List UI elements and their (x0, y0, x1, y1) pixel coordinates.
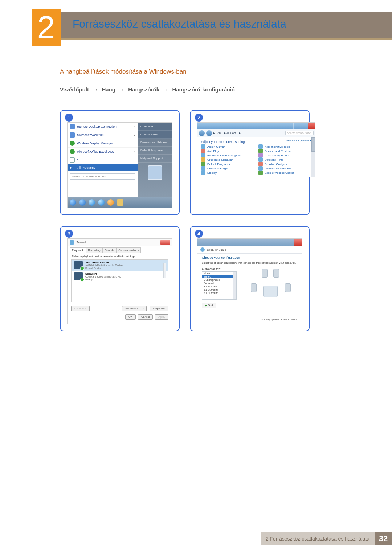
tab-communications[interactable]: Communications (116, 247, 141, 253)
start-menu-right: Computer Control Panel Devices and Print… (138, 123, 172, 208)
cp-item[interactable]: Device Manager (201, 166, 254, 171)
maximize-button[interactable] (301, 123, 308, 129)
taskbar-icon[interactable] (98, 199, 105, 206)
wizard-header: Speaker Setup (197, 246, 302, 254)
arrow-icon: → (119, 86, 124, 93)
window-titlebar (197, 123, 315, 129)
start-menu-left: Remote Desktop Connection▸ Microsoft Wor… (68, 123, 138, 208)
close-button[interactable] (160, 240, 170, 245)
sound-icon (70, 240, 74, 245)
cp-item[interactable]: Devices and Printers (258, 166, 311, 171)
list-item[interactable]: 3.1 Surround (202, 285, 236, 288)
menu-item[interactable]: Help and Support (138, 155, 172, 163)
back-icon[interactable] (199, 130, 205, 136)
start-orb-icon[interactable] (70, 199, 76, 206)
tab-playback[interactable]: Playback (70, 247, 86, 253)
taskbar-icon[interactable] (117, 199, 123, 206)
scrollbar[interactable] (233, 272, 236, 299)
nav-bar: ▸ Cont... ▸ All Cont... ▸ Search Control… (197, 129, 315, 137)
dropdown-caret-icon[interactable]: ▾ (142, 306, 147, 311)
menu-item[interactable]: Wireless Display Manager (68, 139, 138, 148)
chapter-number-box: 2 (32, 9, 61, 46)
minimize-button[interactable] (293, 123, 301, 129)
instruction-text: Select a playback device below to modify… (68, 253, 172, 259)
cp-item[interactable]: Default Programs (201, 162, 254, 166)
cp-item[interactable]: AutoPlay (201, 149, 254, 153)
speaker-icon[interactable] (262, 269, 268, 278)
close-button[interactable] (294, 239, 302, 246)
cp-item[interactable]: Date and Time (258, 157, 311, 162)
device-item[interactable]: Speakers Conexant 20671 SmartAudio HD Re… (72, 271, 168, 282)
path-step: Vezérlőpult (60, 86, 89, 93)
maximize-button[interactable] (286, 239, 294, 246)
cp-item[interactable]: Action Center (201, 144, 254, 149)
footer-label: 2 Forráseszköz csatlakoztatása és haszná… (261, 532, 375, 545)
forward-icon[interactable] (206, 130, 212, 136)
list-item[interactable]: 5.1 Surround (202, 291, 236, 295)
navigation-path: Vezérlőpult → Hang → Hangszórók → Hangsz… (60, 86, 359, 93)
list-item[interactable]: Surround (202, 282, 236, 285)
all-programs[interactable]: ▸ All Programs (68, 164, 138, 171)
cp-item[interactable]: Ease of Access Center (258, 171, 311, 175)
ie-icon[interactable] (89, 199, 95, 206)
taskbar (68, 197, 172, 208)
minimize-button[interactable] (278, 239, 286, 246)
list-item[interactable]: Stereo (202, 275, 236, 278)
cp-item[interactable]: Desktop Gadgets (258, 162, 311, 166)
step-badge: 4 (195, 230, 203, 238)
configure-button[interactable]: Configure (71, 306, 90, 311)
speaker-icon[interactable] (251, 283, 257, 292)
speaker-diagram (247, 267, 294, 311)
config-subtext: Select the speaker setup below that is m… (202, 262, 298, 264)
cp-item[interactable]: Backup and Restore (258, 149, 311, 153)
menu-item[interactable]: Microsoft Office Excel 2007▸ (68, 148, 138, 156)
config-heading: Choose your configuration (202, 256, 298, 259)
properties-button[interactable]: Properties (150, 306, 168, 311)
scrollbar[interactable] (311, 137, 315, 177)
device-list: AMD HDMI Output AMD High Definition Audi… (71, 259, 168, 302)
set-default-button[interactable]: Set Default (122, 306, 142, 311)
page-number: 32 (375, 532, 392, 545)
menu-item[interactable]: Default Programs (138, 147, 172, 155)
tab-sounds[interactable]: Sounds (103, 247, 116, 253)
breadcrumb[interactable]: ▸ Cont... ▸ All Cont... ▸ (213, 131, 241, 135)
screenshot-1: 1 Remote Desktop Connection▸ Microsoft W… (60, 110, 180, 215)
tip-text: Click any speaker above to test it. (202, 318, 298, 321)
speaker-icon[interactable] (273, 269, 279, 278)
list-item[interactable]: 5.1 Surround (202, 288, 236, 291)
tab-bar: Playback Recording Sounds Communications (68, 246, 172, 253)
menu-item[interactable]: Microsoft Word 2010▸ (68, 131, 138, 139)
device-item[interactable]: AMD HDMI Output AMD High Definition Audi… (72, 260, 168, 271)
test-button[interactable]: Test (202, 303, 216, 308)
speaker-icon[interactable] (285, 283, 291, 292)
taskbar-icon[interactable] (79, 199, 86, 206)
channel-list[interactable]: Mono Stereo Quadraphonic Surround 3.1 Su… (202, 271, 237, 300)
step-badge: 1 (65, 114, 73, 122)
wizard-title: Speaker Setup (207, 248, 226, 251)
chapter-title: Forráseszköz csatlakoztatása és használa… (73, 18, 286, 30)
cp-item[interactable]: Display (201, 171, 254, 175)
taskbar-icon[interactable] (107, 199, 114, 206)
search-input[interactable] (70, 173, 135, 180)
cp-item[interactable]: Credential Manager (201, 157, 254, 162)
close-button[interactable] (308, 123, 315, 129)
level-meter (163, 263, 166, 278)
cp-item[interactable]: Color Management (258, 153, 311, 157)
path-step: Hangszóró-konfiguráció (172, 86, 235, 93)
menu-item[interactable]: Devices and Printers (138, 139, 172, 147)
search-input[interactable]: Search Control Panel (285, 131, 314, 135)
menu-item[interactable]: Control Panel (138, 131, 172, 139)
list-item[interactable]: Mono (202, 272, 236, 275)
apply-button[interactable]: Apply (155, 314, 168, 320)
device-icon (74, 272, 83, 280)
cancel-button[interactable]: Cancel (138, 314, 153, 320)
menu-item[interactable]: s (68, 156, 138, 164)
menu-item[interactable]: Remote Desktop Connection▸ (68, 123, 138, 131)
cp-item[interactable]: BitLocker Drive Encryption (201, 153, 254, 157)
list-label: Audio channels: (202, 267, 237, 271)
ok-button[interactable]: OK (125, 314, 136, 320)
tab-recording[interactable]: Recording (86, 247, 103, 253)
list-item[interactable]: Quadraphonic (202, 278, 236, 282)
cp-item[interactable]: Administrative Tools (258, 144, 311, 149)
menu-item[interactable]: Computer (138, 123, 172, 131)
